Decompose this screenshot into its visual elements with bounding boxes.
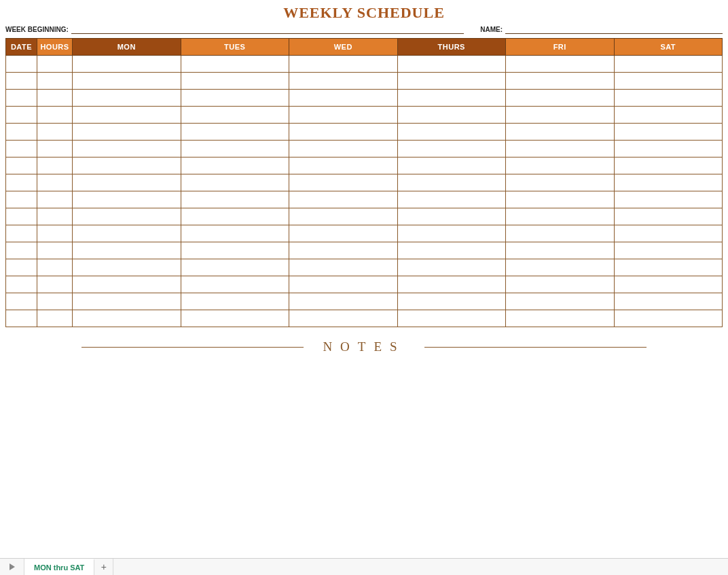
cell-sat[interactable] bbox=[614, 124, 723, 141]
cell-fri[interactable] bbox=[506, 276, 615, 293]
cell-wed[interactable] bbox=[289, 174, 398, 191]
cell-mon[interactable] bbox=[73, 174, 181, 191]
cell-mon[interactable] bbox=[73, 56, 181, 73]
cell-fri[interactable] bbox=[506, 310, 615, 327]
cell-date[interactable] bbox=[6, 174, 37, 191]
cell-thurs[interactable] bbox=[397, 56, 506, 73]
sheet-nav-right-icon[interactable] bbox=[0, 559, 24, 575]
cell-mon[interactable] bbox=[73, 259, 181, 276]
cell-tues[interactable] bbox=[181, 191, 289, 208]
cell-date[interactable] bbox=[6, 225, 37, 242]
cell-thurs[interactable] bbox=[397, 141, 506, 157]
cell-sat[interactable] bbox=[614, 259, 723, 276]
cell-fri[interactable] bbox=[506, 157, 615, 174]
cell-wed[interactable] bbox=[289, 208, 398, 225]
cell-date[interactable] bbox=[6, 310, 37, 327]
cell-tues[interactable] bbox=[181, 293, 289, 310]
cell-thurs[interactable] bbox=[397, 124, 506, 141]
cell-hours[interactable] bbox=[37, 73, 73, 90]
cell-mon[interactable] bbox=[73, 124, 181, 141]
cell-thurs[interactable] bbox=[397, 73, 506, 90]
cell-sat[interactable] bbox=[614, 225, 723, 242]
cell-thurs[interactable] bbox=[397, 90, 506, 107]
cell-date[interactable] bbox=[6, 157, 37, 174]
cell-fri[interactable] bbox=[506, 293, 615, 310]
cell-date[interactable] bbox=[6, 73, 37, 90]
cell-date[interactable] bbox=[6, 293, 37, 310]
cell-thurs[interactable] bbox=[397, 208, 506, 225]
cell-tues[interactable] bbox=[181, 310, 289, 327]
cell-wed[interactable] bbox=[289, 276, 398, 293]
cell-fri[interactable] bbox=[506, 107, 615, 124]
cell-thurs[interactable] bbox=[397, 293, 506, 310]
cell-fri[interactable] bbox=[506, 124, 615, 141]
cell-thurs[interactable] bbox=[397, 310, 506, 327]
cell-wed[interactable] bbox=[289, 107, 398, 124]
cell-fri[interactable] bbox=[506, 90, 615, 107]
cell-mon[interactable] bbox=[73, 225, 181, 242]
cell-sat[interactable] bbox=[614, 90, 723, 107]
cell-date[interactable] bbox=[6, 90, 37, 107]
cell-wed[interactable] bbox=[289, 56, 398, 73]
cell-hours[interactable] bbox=[37, 90, 73, 107]
cell-thurs[interactable] bbox=[397, 174, 506, 191]
cell-tues[interactable] bbox=[181, 141, 289, 157]
cell-mon[interactable] bbox=[73, 157, 181, 174]
cell-tues[interactable] bbox=[181, 208, 289, 225]
cell-hours[interactable] bbox=[37, 124, 73, 141]
cell-sat[interactable] bbox=[614, 174, 723, 191]
cell-wed[interactable] bbox=[289, 293, 398, 310]
cell-tues[interactable] bbox=[181, 276, 289, 293]
cell-mon[interactable] bbox=[73, 242, 181, 259]
cell-wed[interactable] bbox=[289, 124, 398, 141]
cell-fri[interactable] bbox=[506, 56, 615, 73]
cell-tues[interactable] bbox=[181, 124, 289, 141]
cell-fri[interactable] bbox=[506, 225, 615, 242]
cell-hours[interactable] bbox=[37, 191, 73, 208]
cell-wed[interactable] bbox=[289, 310, 398, 327]
cell-thurs[interactable] bbox=[397, 259, 506, 276]
cell-mon[interactable] bbox=[73, 310, 181, 327]
cell-wed[interactable] bbox=[289, 73, 398, 90]
cell-mon[interactable] bbox=[73, 73, 181, 90]
cell-sat[interactable] bbox=[614, 141, 723, 157]
cell-mon[interactable] bbox=[73, 191, 181, 208]
cell-hours[interactable] bbox=[37, 293, 73, 310]
cell-hours[interactable] bbox=[37, 225, 73, 242]
cell-date[interactable] bbox=[6, 242, 37, 259]
cell-tues[interactable] bbox=[181, 242, 289, 259]
cell-tues[interactable] bbox=[181, 56, 289, 73]
cell-hours[interactable] bbox=[37, 310, 73, 327]
cell-sat[interactable] bbox=[614, 276, 723, 293]
cell-fri[interactable] bbox=[506, 208, 615, 225]
cell-fri[interactable] bbox=[506, 191, 615, 208]
cell-date[interactable] bbox=[6, 56, 37, 73]
cell-sat[interactable] bbox=[614, 157, 723, 174]
cell-wed[interactable] bbox=[289, 242, 398, 259]
cell-wed[interactable] bbox=[289, 225, 398, 242]
cell-mon[interactable] bbox=[73, 293, 181, 310]
cell-sat[interactable] bbox=[614, 242, 723, 259]
cell-hours[interactable] bbox=[37, 56, 73, 73]
cell-sat[interactable] bbox=[614, 310, 723, 327]
cell-hours[interactable] bbox=[37, 259, 73, 276]
cell-sat[interactable] bbox=[614, 208, 723, 225]
cell-fri[interactable] bbox=[506, 242, 615, 259]
cell-mon[interactable] bbox=[73, 141, 181, 157]
cell-hours[interactable] bbox=[37, 157, 73, 174]
cell-tues[interactable] bbox=[181, 107, 289, 124]
cell-thurs[interactable] bbox=[397, 276, 506, 293]
cell-fri[interactable] bbox=[506, 174, 615, 191]
cell-hours[interactable] bbox=[37, 242, 73, 259]
cell-thurs[interactable] bbox=[397, 191, 506, 208]
cell-tues[interactable] bbox=[181, 225, 289, 242]
cell-date[interactable] bbox=[6, 276, 37, 293]
sheet-tab-active[interactable]: MON thru SAT bbox=[24, 559, 94, 575]
cell-sat[interactable] bbox=[614, 293, 723, 310]
cell-thurs[interactable] bbox=[397, 242, 506, 259]
cell-fri[interactable] bbox=[506, 141, 615, 157]
cell-hours[interactable] bbox=[37, 141, 73, 157]
cell-sat[interactable] bbox=[614, 73, 723, 90]
cell-wed[interactable] bbox=[289, 259, 398, 276]
cell-hours[interactable] bbox=[37, 174, 73, 191]
